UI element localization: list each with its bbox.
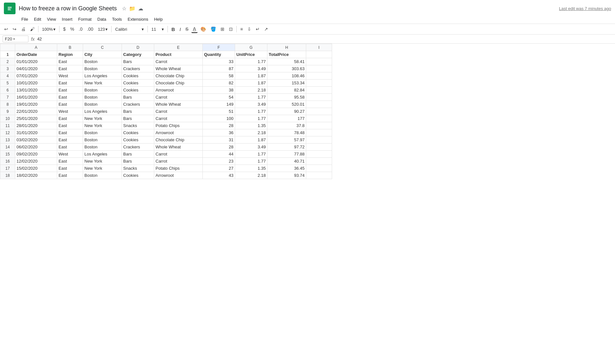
cell-8-G[interactable]: 3.49 — [235, 101, 267, 108]
cell-10-E[interactable]: Carrot — [154, 115, 203, 122]
cell-7-F[interactable]: 54 — [203, 94, 235, 101]
cell-12-I[interactable] — [306, 129, 332, 136]
cell-14-F[interactable]: 28 — [203, 144, 235, 151]
cell-14-H[interactable]: 97.72 — [267, 144, 306, 151]
cell-5-D[interactable]: Cookies — [122, 80, 154, 87]
cell-3-H[interactable]: 303.63 — [267, 65, 306, 72]
cell-5-G[interactable]: 1.87 — [235, 80, 267, 87]
header-cell-I[interactable] — [306, 51, 332, 58]
cell-14-A[interactable]: 06/02/2020 — [15, 144, 57, 151]
cell-12-G[interactable]: 2.18 — [235, 129, 267, 136]
cell-11-I[interactable] — [306, 122, 332, 129]
cell-3-G[interactable]: 3.49 — [235, 65, 267, 72]
cell-3-I[interactable] — [306, 65, 332, 72]
cell-reference-box[interactable]: F20 ▾ — [3, 36, 28, 42]
currency-button[interactable]: $ — [61, 26, 67, 33]
cell-18-I[interactable] — [306, 172, 332, 179]
cell-2-G[interactable]: 1.77 — [235, 58, 267, 65]
cell-10-B[interactable]: East — [57, 115, 83, 122]
col-header-e[interactable]: E — [154, 44, 203, 51]
col-header-a[interactable]: A — [15, 44, 57, 51]
col-header-f[interactable]: F — [203, 44, 235, 51]
borders-button[interactable]: ⊞ — [219, 26, 226, 33]
cell-6-G[interactable]: 2.18 — [235, 87, 267, 94]
header-cell-F[interactable]: Quantity — [203, 51, 235, 58]
cell-9-I[interactable] — [306, 108, 332, 115]
header-cell-B[interactable]: Region — [57, 51, 83, 58]
cell-10-D[interactable]: Bars — [122, 115, 154, 122]
cell-9-C[interactable]: Los Angeles — [83, 108, 122, 115]
menu-help[interactable]: Help — [151, 16, 165, 22]
formula-input[interactable]: 42 — [37, 37, 612, 41]
menu-tools[interactable]: Tools — [109, 16, 124, 22]
cell-4-F[interactable]: 58 — [203, 72, 235, 80]
cell-16-B[interactable]: East — [57, 158, 83, 165]
cell-13-H[interactable]: 57.97 — [267, 136, 306, 144]
cell-18-E[interactable]: Arrowroot — [154, 172, 203, 179]
cell-17-D[interactable]: Snacks — [122, 165, 154, 172]
cell-7-H[interactable]: 95.58 — [267, 94, 306, 101]
merge-button[interactable]: ⊡ — [227, 26, 234, 33]
header-cell-H[interactable]: TotalPrice — [267, 51, 306, 58]
cell-17-C[interactable]: New York — [83, 165, 122, 172]
col-header-b[interactable]: B — [57, 44, 83, 51]
cell-2-B[interactable]: East — [57, 58, 83, 65]
paint-format-button[interactable]: 🖌 — [28, 26, 36, 33]
cell-11-C[interactable]: New York — [83, 122, 122, 129]
cell-7-D[interactable]: Bars — [122, 94, 154, 101]
cell-3-F[interactable]: 87 — [203, 65, 235, 72]
cell-12-D[interactable]: Cookies — [122, 129, 154, 136]
decimal1-button[interactable]: .0 — [77, 26, 84, 33]
cell-15-E[interactable]: Carrot — [154, 151, 203, 158]
cell-16-E[interactable]: Carrot — [154, 158, 203, 165]
cell-12-B[interactable]: East — [57, 129, 83, 136]
cell-18-B[interactable]: East — [57, 172, 83, 179]
cell-16-G[interactable]: 1.77 — [235, 158, 267, 165]
cell-14-G[interactable]: 3.49 — [235, 144, 267, 151]
underline-button[interactable]: A — [191, 25, 198, 33]
cell-13-G[interactable]: 1.87 — [235, 136, 267, 144]
cell-7-C[interactable]: Boston — [83, 94, 122, 101]
cell-17-G[interactable]: 1.35 — [235, 165, 267, 172]
cell-8-B[interactable]: East — [57, 101, 83, 108]
cell-2-A[interactable]: 01/01/2020 — [15, 58, 57, 65]
cell-6-H[interactable]: 82.84 — [267, 87, 306, 94]
cell-9-B[interactable]: West — [57, 108, 83, 115]
text-color-button[interactable]: 🎨 — [199, 26, 208, 33]
cell-8-A[interactable]: 19/01/2020 — [15, 101, 57, 108]
cell-10-G[interactable]: 1.77 — [235, 115, 267, 122]
header-cell-A[interactable]: OrderDate — [15, 51, 57, 58]
menu-extensions[interactable]: Extensions — [125, 16, 151, 22]
bold-button[interactable]: B — [170, 26, 177, 33]
header-cell-G[interactable]: UnitPrice — [235, 51, 267, 58]
cell-2-C[interactable]: Boston — [83, 58, 122, 65]
cell-7-G[interactable]: 1.77 — [235, 94, 267, 101]
cell-6-D[interactable]: Cookies — [122, 87, 154, 94]
cell-14-B[interactable]: East — [57, 144, 83, 151]
cell-11-E[interactable]: Potato Chips — [154, 122, 203, 129]
decimal2-button[interactable]: .00 — [85, 26, 95, 33]
format-123-dropdown[interactable]: 123 ▾ — [96, 26, 110, 33]
cell-4-B[interactable]: West — [57, 72, 83, 80]
cell-10-F[interactable]: 100 — [203, 115, 235, 122]
cell-16-F[interactable]: 23 — [203, 158, 235, 165]
cell-15-C[interactable]: Los Angeles — [83, 151, 122, 158]
cell-14-D[interactable]: Crackers — [122, 144, 154, 151]
fill-color-button[interactable]: 🪣 — [209, 26, 218, 33]
col-header-c[interactable]: C — [83, 44, 122, 51]
cell-6-A[interactable]: 13/01/2020 — [15, 87, 57, 94]
cell-9-E[interactable]: Carrot — [154, 108, 203, 115]
cell-13-B[interactable]: East — [57, 136, 83, 144]
cell-4-G[interactable]: 1.87 — [235, 72, 267, 80]
cell-10-C[interactable]: New York — [83, 115, 122, 122]
text-wrap-button[interactable]: ↵ — [254, 26, 261, 33]
cell-13-E[interactable]: Chocolate Chip — [154, 136, 203, 144]
cell-8-F[interactable]: 149 — [203, 101, 235, 108]
cell-12-C[interactable]: Boston — [83, 129, 122, 136]
cell-11-D[interactable]: Snacks — [122, 122, 154, 129]
cell-8-I[interactable] — [306, 101, 332, 108]
cell-17-F[interactable]: 27 — [203, 165, 235, 172]
cell-6-E[interactable]: Arrowroot — [154, 87, 203, 94]
cell-18-H[interactable]: 93.74 — [267, 172, 306, 179]
cell-15-A[interactable]: 09/02/2020 — [15, 151, 57, 158]
